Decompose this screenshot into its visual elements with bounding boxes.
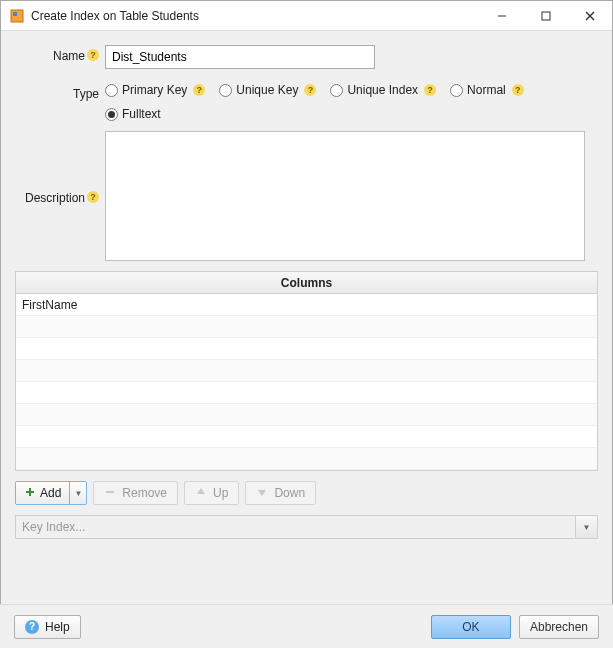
remove-label: Remove <box>122 486 167 500</box>
radio-icon <box>330 84 343 97</box>
table-row[interactable] <box>16 448 597 470</box>
add-dropdown[interactable]: ▼ <box>70 482 86 504</box>
description-label-text: Description <box>25 191 85 205</box>
help-icon[interactable]: ? <box>87 49 99 61</box>
name-label: Name ? <box>15 45 105 69</box>
table-row[interactable] <box>16 426 597 448</box>
table-row[interactable] <box>16 382 597 404</box>
columns-header: Columns <box>16 272 597 294</box>
radio-icon <box>105 108 118 121</box>
ok-label: OK <box>462 620 479 634</box>
name-row: Name ? <box>15 45 598 69</box>
type-row: Type Primary Key ? Unique Key ? Unique I… <box>15 79 598 121</box>
down-button[interactable]: Down <box>245 481 316 505</box>
down-label: Down <box>274 486 305 500</box>
radio-unique-key[interactable]: Unique Key ? <box>219 83 316 97</box>
help-label: Help <box>45 620 70 634</box>
minimize-button[interactable] <box>480 1 524 31</box>
radio-primary-key[interactable]: Primary Key ? <box>105 83 205 97</box>
arrow-up-icon <box>195 486 207 501</box>
description-row: Description ? <box>15 131 598 261</box>
dialog-content: Name ? Type Primary Key ? Unique Key ? U… <box>1 31 612 539</box>
help-icon[interactable]: ? <box>424 84 436 96</box>
chevron-down-icon: ▼ <box>74 489 82 498</box>
radio-label: Unique Key <box>236 83 298 97</box>
radio-label: Normal <box>467 83 506 97</box>
svg-rect-1 <box>13 12 17 16</box>
radio-normal[interactable]: Normal ? <box>450 83 524 97</box>
chevron-down-icon: ▼ <box>583 523 591 532</box>
table-row[interactable] <box>16 338 597 360</box>
description-textarea[interactable] <box>105 131 585 261</box>
help-icon[interactable]: ? <box>87 191 99 203</box>
cancel-button[interactable]: Abbrechen <box>519 615 599 639</box>
table-row[interactable] <box>16 360 597 382</box>
radio-fulltext[interactable]: Fulltext <box>105 107 575 121</box>
radio-label: Unique Index <box>347 83 418 97</box>
cancel-label: Abbrechen <box>530 620 588 634</box>
help-icon[interactable]: ? <box>304 84 316 96</box>
remove-button[interactable]: Remove <box>93 481 178 505</box>
help-icon: ? <box>25 620 39 634</box>
maximize-button[interactable] <box>524 1 568 31</box>
key-index-placeholder: Key Index... <box>22 520 85 534</box>
key-index-dropdown[interactable]: ▼ <box>576 515 598 539</box>
app-icon <box>9 8 25 24</box>
columns-list[interactable]: FirstName <box>16 294 597 470</box>
arrow-down-icon <box>256 486 268 501</box>
radio-unique-index[interactable]: Unique Index ? <box>330 83 436 97</box>
ok-button[interactable]: OK <box>431 615 511 639</box>
window-title: Create Index on Table Students <box>31 9 480 23</box>
type-label: Type <box>15 79 105 121</box>
table-row[interactable] <box>16 316 597 338</box>
name-label-text: Name <box>53 49 85 63</box>
add-label: Add <box>40 486 61 500</box>
up-button[interactable]: Up <box>184 481 239 505</box>
description-label: Description ? <box>15 131 105 261</box>
dialog-footer: ? Help OK Abbrechen <box>0 604 613 648</box>
key-index-row: Key Index... ▼ <box>15 515 598 539</box>
radio-icon <box>105 84 118 97</box>
svg-rect-3 <box>542 12 550 20</box>
type-radio-group: Primary Key ? Unique Key ? Unique Index … <box>105 79 575 121</box>
title-bar: Create Index on Table Students <box>1 1 612 31</box>
type-label-text: Type <box>73 87 99 101</box>
key-index-select[interactable]: Key Index... <box>15 515 576 539</box>
columns-table: Columns FirstName <box>15 271 598 471</box>
table-row[interactable]: FirstName <box>16 294 597 316</box>
columns-toolbar: Add ▼ Remove Up Down <box>15 481 598 505</box>
radio-icon <box>219 84 232 97</box>
help-icon[interactable]: ? <box>193 84 205 96</box>
add-button[interactable]: Add <box>16 482 70 504</box>
help-button[interactable]: ? Help <box>14 615 81 639</box>
add-split-button: Add ▼ <box>15 481 87 505</box>
radio-icon <box>450 84 463 97</box>
table-row[interactable] <box>16 404 597 426</box>
name-input[interactable] <box>105 45 375 69</box>
plus-icon <box>24 486 36 501</box>
up-label: Up <box>213 486 228 500</box>
radio-label: Fulltext <box>122 107 161 121</box>
window-controls <box>480 1 612 30</box>
radio-label: Primary Key <box>122 83 187 97</box>
close-button[interactable] <box>568 1 612 31</box>
minus-icon <box>104 486 116 501</box>
help-icon[interactable]: ? <box>512 84 524 96</box>
